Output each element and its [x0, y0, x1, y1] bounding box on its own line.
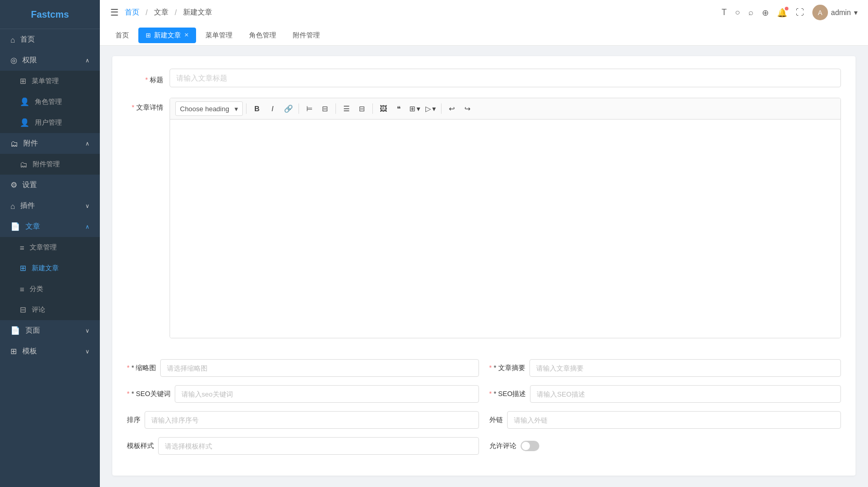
circle-icon[interactable]: ○ — [735, 8, 740, 17]
unordered-list-button[interactable]: ⊟ — [318, 101, 332, 116]
tab-role-management[interactable]: 角色管理 — [242, 28, 283, 43]
fullscreen-icon[interactable]: ⛶ — [796, 8, 804, 17]
sidebar-item-permissions[interactable]: ◎ 权限 ∧ — [0, 50, 100, 71]
title-input[interactable] — [170, 69, 841, 87]
heading-chevron-icon: ▾ — [235, 105, 238, 113]
quote-icon: ❝ — [397, 104, 401, 113]
user-dropdown-icon: ▾ — [854, 8, 858, 17]
thumbnail-label: * 缩略图 — [127, 363, 156, 373]
sidebar-item-settings[interactable]: ⚙ 设置 — [0, 175, 100, 195]
allow-comments-toggle[interactable] — [521, 441, 539, 451]
sidebar-item-categories[interactable]: ≡ 分类 — [0, 279, 100, 299]
tab-menu-management[interactable]: 菜单管理 — [198, 28, 240, 43]
sidebar-item-menu-management[interactable]: ⊞ 菜单管理 — [0, 71, 100, 91]
menu-toggle-icon[interactable]: ☰ — [110, 7, 119, 18]
toolbar-divider-5 — [441, 103, 442, 114]
new-article-icon: ⊞ — [20, 264, 27, 273]
sidebar-item-attachment-management[interactable]: 🗂 附件管理 — [0, 154, 100, 175]
sidebar-item-templates[interactable]: ⊞ 模板 ∨ — [0, 341, 100, 362]
gift-icon[interactable]: ⊕ — [762, 8, 769, 18]
article-form: * * 标题标题 * 文章详情 Choose heading ▾ — [112, 56, 856, 476]
italic-button[interactable]: I — [265, 101, 280, 116]
check-list-button[interactable]: ⊟ — [355, 101, 369, 116]
topbar-left: ☰ 首页 / 文章 / 新建文章 — [110, 7, 212, 18]
tab-attachment-label: 附件管理 — [293, 31, 320, 40]
bullet-list-icon: ☰ — [343, 104, 350, 113]
sidebar-item-label: 页面 — [25, 326, 40, 335]
bold-button[interactable]: B — [250, 101, 264, 116]
sidebar-item-home[interactable]: ⌂ 首页 — [0, 29, 100, 50]
sidebar-item-user-management[interactable]: 👤 用户管理 — [0, 112, 100, 133]
breadcrumb-home[interactable]: 首页 — [125, 8, 139, 17]
breadcrumb-sep-1: / — [146, 8, 148, 17]
sort-label: 排序 — [127, 415, 140, 425]
tabbar: 首页 ⊞ 新建文章 ✕ 菜单管理 角色管理 附件管理 — [100, 25, 868, 46]
content-row: * 文章详情 Choose heading ▾ B — [127, 98, 841, 349]
sidebar-item-label: 附件管理 — [33, 160, 60, 169]
sidebar-item-label: 模板 — [22, 347, 37, 356]
link-button[interactable]: 🔗 — [281, 101, 295, 116]
notification-icon[interactable]: 🔔 — [777, 8, 787, 18]
user-avatar-area[interactable]: A admin ▾ — [812, 5, 858, 20]
external-link-input[interactable] — [507, 411, 841, 429]
search-icon[interactable]: ⌕ — [748, 8, 754, 17]
template-style-group: 模板样式 — [127, 437, 479, 455]
redo-button[interactable]: ↪ — [460, 101, 475, 116]
tab-close-icon[interactable]: ✕ — [184, 32, 189, 38]
sidebar-item-label: 权限 — [22, 56, 37, 65]
sidebar-item-attachments[interactable]: 🗂 附件 ∧ — [0, 133, 100, 154]
permissions-icon: ◎ — [10, 56, 17, 65]
toolbar-divider-3 — [335, 103, 336, 114]
sidebar-item-comments[interactable]: ⊟ 评论 — [0, 299, 100, 320]
sidebar-item-label: 附件 — [23, 139, 38, 148]
logo[interactable]: Fastcms — [0, 0, 100, 29]
sidebar-item-articles[interactable]: 📄 文章 ∧ — [0, 216, 100, 237]
allow-comments-group: 允许评论 — [489, 437, 841, 455]
summary-input[interactable] — [529, 359, 841, 377]
sidebar-item-label: 设置 — [22, 180, 37, 190]
tab-attachment-management[interactable]: 附件管理 — [286, 28, 327, 43]
bullet-list-button[interactable]: ☰ — [339, 101, 354, 116]
font-icon[interactable]: T — [721, 8, 727, 17]
sidebar-item-role-management[interactable]: 👤 角色管理 — [0, 91, 100, 112]
image-button[interactable]: 🖼 — [376, 101, 391, 116]
heading-select-label: Choose heading — [180, 105, 229, 113]
sort-link-row: 排序 外链 — [127, 411, 841, 429]
allow-comments-label: 允许评论 — [489, 441, 516, 451]
undo-button[interactable]: ↩ — [445, 101, 459, 116]
heading-select[interactable]: Choose heading ▾ — [175, 101, 243, 116]
ordered-list-button[interactable]: ⊨ — [302, 101, 317, 116]
editor-body[interactable] — [170, 120, 840, 338]
main-area: ☰ 首页 / 文章 / 新建文章 T ○ ⌕ ⊕ 🔔 ⛶ A admin ▾ 首… — [100, 0, 868, 487]
template-style-input[interactable] — [158, 437, 479, 455]
template-style-label: 模板样式 — [127, 441, 154, 451]
thumbnail-input[interactable] — [160, 359, 478, 377]
seo-keywords-input[interactable] — [175, 385, 479, 403]
comments-icon: ⊟ — [20, 305, 27, 314]
sidebar-item-article-management[interactable]: ≡ 文章管理 — [0, 237, 100, 258]
sidebar-item-plugins[interactable]: ⌂ 插件 ∨ — [0, 195, 100, 216]
bold-icon: B — [254, 104, 260, 113]
attachment-mgmt-icon: 🗂 — [20, 160, 28, 169]
table-button[interactable]: ⊞ ▾ — [407, 101, 422, 116]
tab-new-article[interactable]: ⊞ 新建文章 ✕ — [138, 28, 196, 43]
sidebar-item-new-article[interactable]: ⊞ 新建文章 — [0, 258, 100, 279]
seo-keywords-label: * SEO关键词 — [127, 389, 171, 399]
tab-home[interactable]: 首页 — [108, 28, 136, 43]
media-button[interactable]: ▷ ▾ — [423, 101, 438, 116]
seo-desc-input[interactable] — [530, 385, 841, 403]
template-comments-row: 模板样式 允许评论 — [127, 437, 841, 455]
username: admin — [831, 8, 851, 17]
sidebar-item-pages[interactable]: 📄 页面 ∨ — [0, 320, 100, 341]
sort-input[interactable] — [145, 411, 479, 429]
article-mgmt-icon: ≡ — [20, 243, 24, 252]
user-icon: 👤 — [20, 118, 30, 127]
external-link-label: 外链 — [489, 415, 503, 425]
summary-group: * 文章摘要 — [489, 359, 841, 377]
menu-icon: ⊞ — [20, 76, 27, 86]
breadcrumb-sep-2: / — [175, 8, 177, 17]
quote-button[interactable]: ❝ — [392, 101, 406, 116]
thumbnail-group: * 缩略图 — [127, 359, 479, 377]
breadcrumb-articles[interactable]: 文章 — [154, 8, 169, 17]
permissions-submenu: ⊞ 菜单管理 👤 角色管理 👤 用户管理 — [0, 71, 100, 133]
